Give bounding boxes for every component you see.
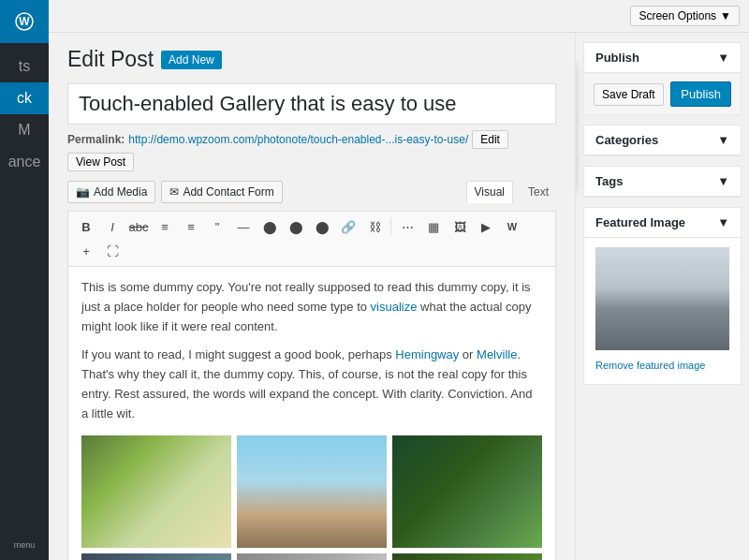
publish-actions: Save Draft Publish	[584, 73, 741, 114]
melville-link[interactable]: Melville	[477, 347, 517, 361]
sidebar-item-ck[interactable]: ck	[0, 82, 49, 114]
ul-button[interactable]: ≡	[153, 215, 177, 238]
gallery-item-3[interactable]	[392, 435, 542, 548]
content-paragraph-1: This is some dummy copy. You're not real…	[81, 278, 542, 336]
more-button[interactable]: ⋯	[395, 215, 419, 238]
permalink-label: Permalink:	[67, 133, 125, 146]
sidebar-label-ts: ts	[19, 58, 30, 75]
featured-image-preview[interactable]	[595, 247, 729, 350]
word-button[interactable]: W	[500, 215, 524, 238]
right-sidebar: Post Options Feature in Homepag... Slide…	[575, 33, 749, 560]
table-button[interactable]: ▦	[421, 215, 446, 238]
blockquote-button[interactable]: "	[205, 215, 229, 238]
hr-button[interactable]: —	[231, 215, 256, 238]
toolbar-divider-1	[390, 217, 391, 236]
contact-form-icon: ✉	[169, 185, 179, 199]
sidebar-nav: ts ck M ance	[0, 51, 49, 178]
sidebar-item-m[interactable]: M	[0, 114, 49, 146]
screen-options-bar: Screen Options ▼	[49, 0, 749, 33]
toolbar-left: 📷 Add Media ✉ Add Contact Form	[67, 181, 283, 203]
svg-text:W: W	[19, 15, 30, 28]
align-right-button[interactable]: ⬤	[310, 215, 334, 238]
publish-metabox: Publish ▼ Save Draft Publish	[583, 42, 742, 115]
remove-featured-image-link[interactable]: Remove featured image	[595, 356, 729, 375]
tab-text[interactable]: Text	[521, 181, 556, 203]
wp-logo[interactable]: W	[0, 0, 49, 43]
align-center-button[interactable]: ⬤	[284, 215, 308, 238]
gallery-item-2[interactable]	[237, 435, 387, 548]
align-left-button[interactable]: ⬤	[257, 215, 282, 238]
editor-box: B I abc ≡ ≡ " — ⬤ ⬤ ⬤ 🔗 ⛓ ⋯ ▦ 🖼 ▶	[67, 211, 556, 560]
toolbar-right: Visual Text	[466, 181, 556, 203]
misc-button[interactable]: +	[74, 240, 98, 262]
format-toolbar: B I abc ≡ ≡ " — ⬤ ⬤ ⬤ 🔗 ⛓ ⋯ ▦ 🖼 ▶	[68, 212, 555, 267]
gallery-item-4[interactable]	[81, 553, 231, 560]
unlink-button[interactable]: ⛓	[362, 215, 387, 238]
gallery-item-5[interactable]	[237, 553, 387, 560]
sidebar-label-ck: ck	[17, 90, 32, 107]
hemingway-link[interactable]: Hemingway	[395, 347, 459, 361]
permalink-link[interactable]: http://demo.wpzoom.com/photonote/touch-e…	[128, 133, 468, 146]
tags-metabox-header[interactable]: Tags ▼	[584, 167, 741, 197]
media2-button[interactable]: ▶	[474, 215, 498, 238]
publish-metabox-header[interactable]: Publish ▼	[584, 43, 741, 73]
fullscreen-button[interactable]: ⛶	[100, 240, 125, 262]
chevron-down-icon: ▼	[717, 51, 729, 65]
view-post-button[interactable]: View Post	[67, 153, 134, 171]
media-icon: 📷	[76, 185, 90, 199]
gallery-item-1[interactable]	[81, 435, 231, 548]
sidebar-label-m: M	[18, 122, 30, 139]
gallery-grid	[81, 435, 542, 560]
add-media-button[interactable]: 📷 Add Media	[67, 181, 155, 203]
publish-button[interactable]: Publish	[670, 81, 731, 107]
gallery-item-6[interactable]	[392, 553, 542, 560]
add-new-button[interactable]: Add New	[161, 51, 222, 69]
content-paragraph-2: If you want to read, I might suggest a g…	[81, 346, 542, 423]
bold-button[interactable]: B	[74, 215, 98, 238]
sidebar-menu-label: menu	[10, 538, 39, 553]
visualize-link[interactable]: visualize	[371, 300, 418, 314]
edit-post-header: Edit Post Add New	[67, 47, 556, 72]
tags-metabox: Tags ▼	[583, 166, 742, 198]
italic-button[interactable]: I	[100, 215, 125, 238]
strikethrough-button[interactable]: abc	[126, 215, 151, 238]
sidebar-label-ance: ance	[8, 154, 41, 170]
image-button[interactable]: 🖼	[448, 215, 472, 238]
page-title: Edit Post	[67, 47, 154, 72]
categories-chevron-icon: ▼	[717, 133, 729, 147]
editor-area: Edit Post Add New Permalink: http://demo…	[49, 33, 575, 560]
editor-content[interactable]: This is some dummy copy. You're not real…	[68, 267, 555, 560]
add-contact-form-button[interactable]: ✉ Add Contact Form	[161, 181, 282, 203]
editor-toolbar: 📷 Add Media ✉ Add Contact Form Visual Te…	[67, 181, 556, 203]
screen-options-button[interactable]: Screen Options ▼	[630, 6, 740, 26]
sidebar-item-ts[interactable]: ts	[0, 51, 49, 82]
link-button[interactable]: 🔗	[336, 215, 360, 238]
categories-metabox: Categories ▼	[583, 125, 742, 156]
sidebar: W ts ck M ance menu	[0, 0, 49, 560]
categories-metabox-header[interactable]: Categories ▼	[584, 125, 741, 155]
featured-image-chevron-icon: ▼	[717, 215, 729, 229]
publish-metabox-body: Save Draft Publish	[584, 73, 741, 114]
featured-image-body: Remove featured image	[584, 238, 741, 384]
save-draft-button[interactable]: Save Draft	[594, 83, 664, 106]
edit-permalink-button[interactable]: Edit	[472, 130, 508, 149]
sidebar-menu-area: menu	[0, 538, 49, 560]
tab-visual[interactable]: Visual	[466, 181, 513, 203]
featured-image-metabox-header[interactable]: Featured Image ▼	[584, 208, 741, 238]
featured-image-metabox: Featured Image ▼ Remove featured image	[583, 207, 742, 385]
tags-chevron-icon: ▼	[717, 174, 729, 188]
ol-button[interactable]: ≡	[179, 215, 203, 238]
permalink-row: Permalink: http://demo.wpzoom.com/photon…	[67, 130, 556, 171]
post-title-input[interactable]	[67, 83, 556, 125]
sidebar-item-ance[interactable]: ance	[0, 146, 49, 178]
